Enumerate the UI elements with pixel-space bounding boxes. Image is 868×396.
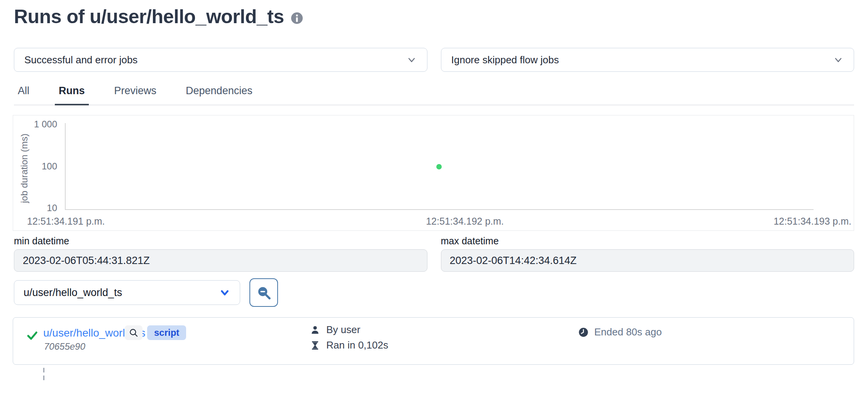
- chart-x-tick: 12:51:34.192 p.m.: [415, 216, 515, 227]
- run-kind-badge: script: [147, 325, 186, 340]
- chevron-down-icon: [406, 54, 417, 65]
- runs-page: Runs of u/user/hello_world_ts Successful…: [0, 0, 868, 396]
- tab-all[interactable]: All: [14, 83, 33, 105]
- timeline-cursor-dashes: [43, 368, 44, 381]
- chart-x-tick: 12:51:34.191 p.m.: [27, 216, 105, 227]
- min-datetime-label: min datetime: [14, 235, 427, 247]
- chevron-down-icon: [833, 54, 844, 65]
- page-header: Runs of u/user/hello_world_ts: [14, 5, 303, 28]
- max-datetime-label: max datetime: [441, 235, 854, 247]
- search-runs-button[interactable]: [249, 278, 278, 307]
- tabs-bar: All Runs Previews Dependencies: [14, 83, 854, 105]
- run-duration-text: Ran in 0,102s: [326, 339, 388, 351]
- datetime-filters-row: min datetime max datetime: [14, 235, 854, 272]
- run-meta: By user Ran in 0,102s: [310, 324, 388, 351]
- runs-duration-chart[interactable]: job duration (ms) 1 000 100 10 12:51:34.…: [13, 115, 854, 231]
- max-datetime-input[interactable]: [441, 249, 854, 272]
- job-status-select-value: Successful and error jobs: [24, 54, 137, 66]
- script-path-select[interactable]: u/user/hello_world_ts: [14, 280, 240, 305]
- filter-selects-row: Successful and error jobs Ignore skipped…: [14, 48, 854, 72]
- chart-y-axis-line: [65, 123, 66, 210]
- run-list-item[interactable]: u/user/hello_world_ts 70655e90 script By…: [13, 318, 854, 364]
- skipped-flow-select[interactable]: Ignore skipped flow jobs: [441, 48, 854, 72]
- chart-y-tick: 1 000: [28, 119, 57, 130]
- min-datetime-input[interactable]: [14, 249, 427, 272]
- run-id: 70655e90: [44, 341, 85, 352]
- max-datetime-group: max datetime: [441, 235, 854, 272]
- search-icon: [256, 285, 271, 300]
- page-title: Runs of u/user/hello_world_ts: [14, 5, 284, 28]
- run-ended: Ended 80s ago: [578, 326, 662, 338]
- chart-x-axis-line: [65, 209, 814, 210]
- hourglass-icon: [310, 340, 320, 350]
- chart-data-point-success[interactable]: [436, 164, 442, 169]
- run-triggered-by-text: By user: [326, 324, 360, 336]
- skipped-flow-select-value: Ignore skipped flow jobs: [451, 54, 559, 66]
- job-status-select[interactable]: Successful and error jobs: [14, 48, 427, 72]
- run-duration: Ran in 0,102s: [310, 339, 388, 351]
- script-path-select-value: u/user/hello_world_ts: [24, 287, 122, 299]
- chart-y-tick: 10: [28, 203, 57, 213]
- tab-dependencies[interactable]: Dependencies: [182, 83, 256, 105]
- chart-y-tick: 100: [28, 161, 57, 172]
- tab-runs[interactable]: Runs: [55, 83, 89, 105]
- run-inspect-button[interactable]: [125, 325, 142, 340]
- run-ended-text: Ended 80s ago: [594, 326, 662, 338]
- info-icon-glyph: [294, 14, 300, 22]
- run-list: u/user/hello_world_ts 70655e90 script By…: [13, 317, 854, 365]
- chevron-down-icon: [219, 287, 231, 298]
- tab-previews[interactable]: Previews: [110, 83, 161, 105]
- info-icon[interactable]: [291, 12, 303, 24]
- user-icon: [310, 325, 320, 335]
- min-datetime-group: min datetime: [14, 235, 427, 272]
- run-triggered-by: By user: [310, 324, 388, 336]
- script-picker-row: u/user/hello_world_ts: [14, 278, 278, 307]
- chart-x-tick: 12:51:34.193 p.m.: [773, 216, 851, 227]
- clock-icon: [578, 327, 589, 338]
- magnifier-icon: [129, 328, 139, 338]
- success-check-icon: [26, 330, 38, 341]
